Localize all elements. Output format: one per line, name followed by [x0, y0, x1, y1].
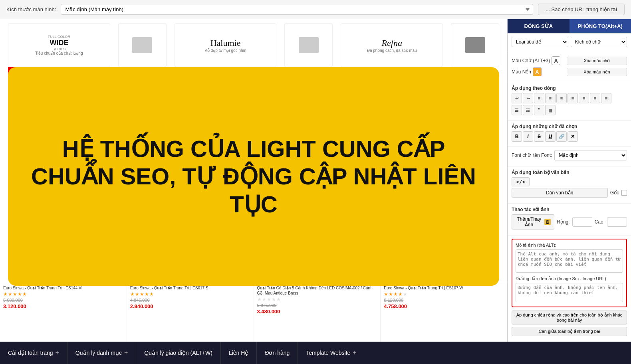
image-add-row: Thêm/Thay Ảnh 🖼 Rộng: Cao:: [512, 214, 627, 229]
bullet-list-button[interactable]: ☰: [512, 105, 522, 115]
screen-size-select[interactable]: Mặc định (Màn máy tính) Tablet Mobile: [61, 4, 533, 15]
paste-text-button[interactable]: Dán văn bản: [512, 188, 608, 198]
bottom-btn-settings[interactable]: Cài đặt toàn trang +: [0, 342, 67, 364]
product-name-2: Euro Sinwa - Quạt Trần Trang Trí | ES017…: [130, 285, 250, 291]
line-toolbar: ↩ ↪ ≡ ≡ ≡ ≡ ≡ ≡ ≡: [512, 93, 627, 103]
product-name-4: Euro Sinwa - Quạt Trần Trang Trí | ES107…: [384, 285, 504, 291]
bottom-btn-design-label: Quản lý giao diện (ALT+W): [144, 350, 212, 356]
apply-all-section: Áp dụng toàn bộ văn bản </> Dán văn bản …: [508, 166, 631, 204]
redo-button[interactable]: ↪: [523, 93, 533, 103]
paste-goc-label: Gốc: [610, 190, 619, 196]
align-right-button[interactable]: ≡: [556, 93, 567, 103]
brand-card-halumie: Halumie Vẻ đẹp từ mọi góc nhìn: [175, 23, 277, 67]
align-center-button[interactable]: ≡: [545, 93, 556, 103]
clear-text-color-button[interactable]: Xóa màu chữ: [567, 57, 627, 65]
quote-button[interactable]: ": [534, 105, 544, 115]
indent-button[interactable]: ≡: [579, 93, 589, 103]
outdent-button[interactable]: ≡: [590, 93, 600, 103]
product-price-sale-4: 4.758.000: [384, 303, 504, 309]
font-name-label: tên Font:: [533, 152, 552, 158]
add-image-button[interactable]: Thêm/Thay Ảnh 🖼: [512, 214, 554, 229]
apply-chosen-title: Áp dụng những chữ đã chọn: [512, 124, 627, 129]
width-label: Rộng:: [557, 219, 569, 225]
product-stars-4: ★★★★★: [384, 291, 504, 297]
bottom-btn-categories[interactable]: Quản lý danh mục +: [67, 342, 136, 364]
product-name-1: Euro Sinwa - Quạt Trần Trang Trí | ES144…: [3, 285, 123, 291]
table-button[interactable]: ▦: [545, 105, 556, 115]
product-price-sale-2: 2.940.000: [130, 303, 250, 309]
brand-name-refna: Refna: [382, 38, 402, 48]
plus-icon-categories: +: [124, 349, 128, 356]
undo-button[interactable]: ↩: [512, 93, 522, 103]
plus-icon-template: +: [353, 349, 356, 356]
alt-textarea[interactable]: [516, 249, 623, 273]
unlink-button[interactable]: ✕: [568, 131, 578, 142]
banner-text: HỆ THỐNG CỦA LIGHT CUNG CẤP CHUẨN SEO, T…: [8, 127, 499, 226]
product-price-original-2: 4.845.000: [130, 298, 250, 303]
link-button[interactable]: 🔗: [556, 131, 567, 142]
width-input[interactable]: [572, 217, 592, 227]
clear-bg-color-button[interactable]: Xóa màu nền: [567, 68, 627, 76]
product-stars-3: ★★★★★: [257, 297, 377, 302]
product-price-sale-1: 3.120.000: [3, 303, 123, 309]
text-color-row: Màu Chữ (ALT+3) A Xóa màu chữ: [512, 56, 627, 65]
apply-all-title: Áp dụng toàn bộ văn bản: [512, 170, 627, 175]
alt-section: Mô tả ảnh (thẻ ALT): Đường dẫn đến ảnh (…: [512, 239, 627, 307]
product-item-2: Euro Sinwa - Quạt Trần Trang Trí | ES017…: [127, 282, 254, 342]
font-name-select[interactable]: Mặc định: [554, 150, 627, 160]
bottom-btn-template[interactable]: Template Website +: [298, 342, 364, 364]
bottom-btn-contact[interactable]: Liên Hệ: [221, 342, 257, 364]
product-stars-1: ★★★★★: [3, 291, 123, 297]
brand-name-wide: WIDE: [50, 39, 68, 47]
paste-checkbox[interactable]: [621, 190, 627, 196]
heading-type-select[interactable]: Loại tiêu đề H1H2H3: [512, 37, 568, 47]
paste-row: Dán văn bản Gốc: [512, 188, 627, 198]
switch-product-img: [118, 23, 167, 67]
brand-tagline-refna: Đa phong cách, đa sắc màu: [367, 48, 417, 53]
product-item-1: Euro Sinwa - Quạt Trần Trang Trí | ES144…: [0, 282, 127, 342]
sidebar-panel: ĐÓNG SỬA PHÓNG TO(Alt+A) Loại tiêu đề H1…: [507, 19, 631, 342]
url-textarea[interactable]: [516, 283, 623, 302]
product-stars-2: ★★★★★: [130, 291, 250, 297]
main-banner: HỆ THỐNG CỦA LIGHT CUNG CẤP CHUẨN SEO, T…: [8, 67, 499, 286]
image-icon: 🖼: [544, 219, 551, 225]
strikethrough-button[interactable]: S: [534, 131, 544, 142]
copy-url-button[interactable]: ... Sao chép URL trang hiện tại: [538, 4, 625, 15]
brand-card-refna: Refna Đa phong cách, đa sắc màu: [341, 23, 443, 67]
center-images-button[interactable]: Căn giữa toàn bộ ảnh trong bài: [512, 327, 627, 336]
edit-button[interactable]: ĐÓNG SỬA: [508, 19, 569, 33]
align-left-button[interactable]: ≡: [534, 93, 544, 103]
height-input[interactable]: [607, 217, 627, 227]
apply-dims-button[interactable]: Áp dụng chiều rộng và cao trên cho toàn …: [512, 311, 627, 324]
code-button[interactable]: </>: [512, 177, 530, 186]
add-image-label: Thêm/Thay Ảnh: [515, 216, 543, 228]
text-color-label: Màu Chữ (ALT+3) A: [512, 56, 564, 65]
brand-tagline-halumie: Vẻ đẹp từ mọi góc nhìn: [204, 48, 246, 53]
bottom-btn-contact-label: Liên Hệ: [229, 350, 248, 356]
brand-sub-wide: SERIES: [52, 47, 65, 51]
text-color-swatch[interactable]: A: [552, 56, 560, 65]
brand-card-wide: FULL COLOR WIDE SERIES Tiêu chuẩn của ch…: [8, 23, 110, 67]
bold-button[interactable]: B: [512, 131, 522, 142]
brand-series: FULL COLOR: [48, 35, 70, 39]
italic-button[interactable]: I: [523, 131, 533, 142]
bg-color-label: Màu Nền A: [512, 67, 564, 76]
brand-tagline-wide: Tiêu chuẩn của chất lượng: [35, 51, 83, 55]
product-list: Euro Sinwa - Quạt Trần Trang Trí | ES144…: [0, 282, 507, 342]
font-size-select[interactable]: Kích cỡ chữ: [571, 37, 627, 47]
bottom-btn-orders[interactable]: Đơn hàng: [257, 342, 298, 364]
line-toolbar-2: ☰ ☷ " ▦: [512, 105, 627, 115]
format-toolbar: B I S U 🔗 ✕: [512, 131, 627, 142]
numbered-list-button[interactable]: ☷: [523, 105, 533, 115]
align-justify-button[interactable]: ≡: [568, 93, 578, 103]
bg-color-row: Màu Nền A Xóa màu nền: [512, 67, 627, 76]
bg-color-swatch[interactable]: A: [533, 67, 542, 76]
list-indent-button[interactable]: ≡: [601, 93, 611, 103]
product-price-original-4: 8.120.000: [384, 298, 504, 303]
bottom-btn-design[interactable]: Quản lý giao diện (ALT+W): [136, 342, 221, 364]
underline-button[interactable]: U: [545, 131, 556, 142]
bottom-toolbar: Cài đặt toàn trang + Quản lý danh mục + …: [0, 342, 631, 364]
brand-slider: FULL COLOR WIDE SERIES Tiêu chuẩn của ch…: [0, 23, 507, 67]
font-label: Font chữ: [512, 152, 531, 158]
view-fullscreen-button[interactable]: PHÓNG TO(Alt+A): [569, 19, 631, 33]
